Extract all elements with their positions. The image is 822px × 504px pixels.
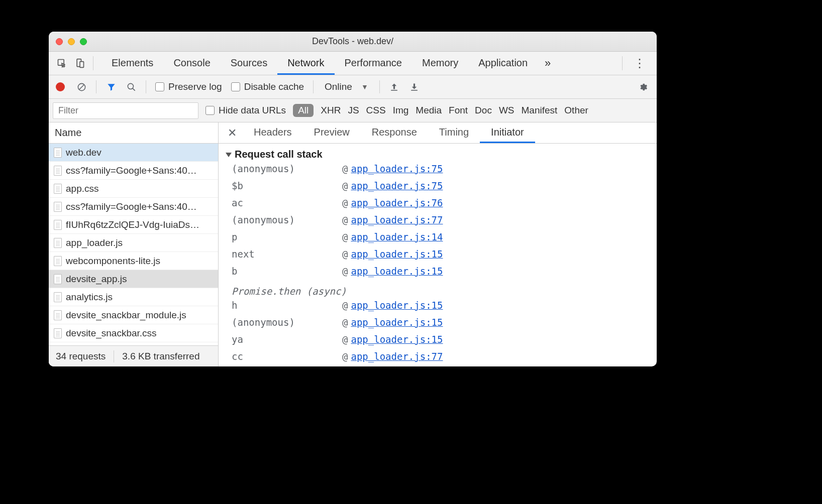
filter-type-ws[interactable]: WS — [499, 105, 515, 116]
chevron-down-icon: ▼ — [361, 83, 368, 91]
frame-link[interactable]: app_loader.js:15 — [351, 266, 443, 277]
request-row[interactable]: app_loader.js — [49, 234, 218, 252]
request-row[interactable]: css?family=Google+Sans:40… — [49, 162, 218, 180]
frame-fn: (anonymous) — [232, 163, 342, 174]
stack-title-row[interactable]: Request call stack — [226, 149, 650, 160]
main-tabs: Elements Console Sources Network Perform… — [49, 52, 657, 75]
tab-memory[interactable]: Memory — [412, 52, 468, 75]
search-icon[interactable] — [123, 78, 140, 95]
filter-icon[interactable] — [102, 78, 120, 95]
request-row[interactable]: fIUhRq6tzZclQEJ-Vdg-IuiaDs… — [49, 216, 218, 234]
requests-footer: 34 requests 3.6 KB transferred — [49, 345, 218, 366]
download-har-icon[interactable] — [406, 78, 423, 95]
request-row[interactable]: webcomponents-lite.js — [49, 252, 218, 270]
separator — [379, 80, 380, 93]
filter-type-all[interactable]: All — [293, 104, 314, 117]
frame-link[interactable]: app_loader.js:15 — [351, 248, 443, 260]
tab-preview[interactable]: Preview — [303, 122, 361, 143]
frame-link[interactable]: app_loader.js:76 — [351, 197, 443, 208]
device-toolbar-icon[interactable] — [71, 54, 89, 72]
filter-types: All XHR JS CSS Img Media Font Doc WS Man… — [293, 104, 588, 117]
frame-link[interactable]: app_loader.js:15 — [351, 334, 443, 345]
tab-timing[interactable]: Timing — [428, 122, 480, 143]
frame-link[interactable]: app_loader.js:15 — [351, 300, 443, 311]
filter-type-other[interactable]: Other — [564, 105, 588, 116]
filter-type-media[interactable]: Media — [416, 105, 442, 116]
frame-at-symbol: @ — [342, 197, 348, 208]
filter-type-font[interactable]: Font — [449, 105, 468, 116]
filter-type-xhr[interactable]: XHR — [321, 105, 341, 116]
request-row[interactable]: analytics.js — [49, 288, 218, 306]
frame-link[interactable]: app_loader.js:77 — [351, 351, 443, 362]
stack-frame: $b@ app_loader.js:75 — [226, 180, 650, 197]
detail-panel: ✕ Headers Preview Response Timing Initia… — [219, 122, 657, 366]
request-name: css?family=Google+Sans:40… — [66, 165, 197, 176]
filter-input[interactable] — [53, 102, 198, 119]
request-row[interactable]: devsite_snackbar.css — [49, 324, 218, 342]
stack-frame: (anonymous)@ app_loader.js:75 — [226, 163, 650, 180]
request-row[interactable]: devsite_snackbar_module.js — [49, 306, 218, 324]
frame-fn: (anonymous) — [232, 317, 342, 328]
frame-link[interactable]: app_loader.js:75 — [351, 163, 443, 174]
detail-tabs: ✕ Headers Preview Response Timing Initia… — [219, 122, 657, 144]
preserve-log-checkbox[interactable] — [155, 82, 164, 91]
frame-link[interactable]: app_loader.js:14 — [351, 231, 443, 242]
tab-network[interactable]: Network — [277, 52, 334, 75]
tabs-overflow[interactable]: » — [538, 57, 558, 70]
disable-cache-checkbox[interactable] — [231, 82, 240, 91]
frame-fn: $b — [232, 180, 342, 191]
network-content: Name web.devcss?family=Google+Sans:40…ap… — [49, 122, 657, 366]
frame-at-symbol: @ — [342, 334, 348, 345]
separator — [96, 80, 96, 93]
file-icon — [54, 184, 62, 194]
frame-at-symbol: @ — [342, 180, 348, 191]
hide-data-urls-label: Hide data URLs — [219, 105, 286, 116]
tab-application[interactable]: Application — [468, 52, 538, 75]
close-detail-icon[interactable]: ✕ — [222, 127, 243, 140]
hide-data-urls-checkbox[interactable] — [205, 106, 215, 115]
inspect-element-icon[interactable] — [53, 54, 71, 72]
throttling-value: Online — [325, 81, 352, 92]
stack-frame: (anonymous)@ app_loader.js:15 — [226, 317, 650, 334]
clear-icon[interactable] — [73, 78, 90, 95]
tab-console[interactable]: Console — [163, 52, 220, 75]
request-row[interactable]: devsite_app.js — [49, 270, 218, 288]
stack-frame: p@ app_loader.js:14 — [226, 231, 650, 248]
request-name: analytics.js — [66, 292, 113, 303]
request-name: devsite_app.js — [66, 274, 127, 285]
frame-link[interactable]: app_loader.js:75 — [351, 180, 443, 191]
frame-link[interactable]: app_loader.js:77 — [351, 214, 443, 225]
stack-frame: next@ app_loader.js:15 — [226, 248, 650, 266]
tab-performance[interactable]: Performance — [335, 52, 413, 75]
frame-fn: p — [232, 231, 342, 242]
filter-type-js[interactable]: JS — [348, 105, 359, 116]
tab-response[interactable]: Response — [361, 122, 428, 143]
request-row[interactable]: web.dev — [49, 144, 218, 162]
window-title: DevTools - web.dev/ — [49, 36, 657, 47]
upload-har-icon[interactable] — [386, 78, 403, 95]
record-button[interactable] — [56, 82, 65, 91]
frame-link[interactable]: app_loader.js:15 — [351, 317, 443, 328]
file-icon — [54, 148, 62, 158]
file-icon — [54, 256, 62, 266]
throttling-dropdown[interactable]: Online ▼ — [320, 81, 373, 92]
settings-kebab-icon[interactable]: ⋮ — [627, 56, 653, 70]
tab-initiator[interactable]: Initiator — [480, 122, 535, 143]
filter-type-css[interactable]: CSS — [366, 105, 386, 116]
async-boundary: Promise.then (async) — [226, 283, 650, 300]
request-name: app.css — [66, 183, 98, 194]
filter-bar: Hide data URLs All XHR JS CSS Img Media … — [49, 99, 657, 122]
filter-type-img[interactable]: Img — [393, 105, 409, 116]
requests-header[interactable]: Name — [49, 122, 218, 144]
stack-frame: h@ app_loader.js:15 — [226, 300, 650, 317]
stack-frame: ac@ app_loader.js:76 — [226, 197, 650, 214]
tab-headers[interactable]: Headers — [243, 122, 303, 143]
request-row[interactable]: css?family=Google+Sans:40… — [49, 198, 218, 216]
tab-sources[interactable]: Sources — [221, 52, 277, 75]
tab-elements[interactable]: Elements — [101, 52, 163, 75]
network-settings-icon[interactable] — [635, 78, 652, 95]
titlebar: DevTools - web.dev/ — [49, 32, 657, 52]
filter-type-doc[interactable]: Doc — [475, 105, 492, 116]
request-row[interactable]: app.css — [49, 180, 218, 198]
filter-type-manifest[interactable]: Manifest — [522, 105, 558, 116]
